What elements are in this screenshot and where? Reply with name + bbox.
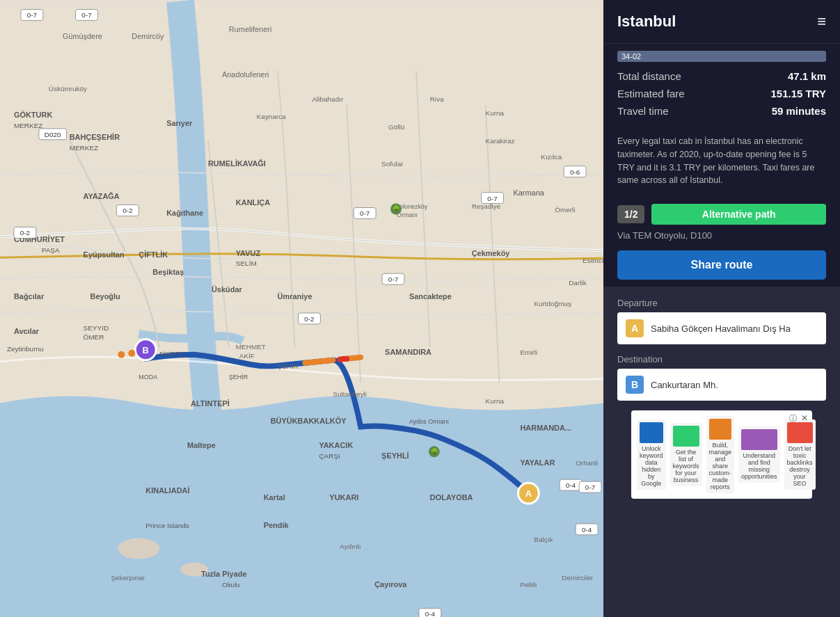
svg-text:A: A [525, 488, 532, 499]
svg-text:Pendik: Pendik [264, 521, 290, 529]
ad-info-icon[interactable]: ⓘ [789, 413, 797, 424]
svg-text:SELİM: SELİM [236, 259, 257, 267]
departure-input-row[interactable]: A Sabiha Gökçen Havalimanı Dış Ha [617, 312, 826, 344]
svg-text:0-4: 0-4 [566, 481, 576, 489]
svg-text:SEYYID: SEYYID [84, 324, 109, 332]
panel-title: Istanbul [617, 13, 676, 31]
share-route-button[interactable]: Share route [617, 250, 826, 280]
svg-text:0-7: 0-7 [360, 209, 370, 217]
hamburger-menu-button[interactable]: ≡ [817, 13, 826, 31]
path-counter: 1/2 [617, 205, 644, 223]
svg-text:Orhanli: Orhanli [576, 459, 598, 467]
svg-text:D020: D020 [45, 131, 61, 138]
destination-marker: B [626, 376, 644, 394]
right-panel: Istanbul ≡ 34-02 Total distance 47.1 km … [603, 0, 840, 617]
svg-text:MODA: MODA [138, 374, 157, 380]
destination-label: Destination [617, 354, 826, 364]
ad-item-5[interactable]: Don't let toxic backlinks destroy your S… [784, 419, 816, 490]
svg-text:0-7: 0-7 [81, 11, 92, 19]
distance-row: Total distance 47.1 km [617, 67, 826, 85]
ad-close-button[interactable]: ✕ [801, 413, 808, 423]
alt-path-section: 1/2 Alternative path Via TEM Otoyolu, D1… [603, 197, 840, 287]
svg-text:Demirciler: Demirciler [562, 574, 593, 582]
svg-text:Kurna: Kurna [486, 109, 505, 117]
ad-item-4[interactable]: Understand and find missing opportunitie… [738, 426, 780, 483]
svg-text:Üsküdar: Üsküdar [212, 285, 243, 294]
svg-text:Gümüşdere: Gümüşdere [63, 32, 102, 40]
svg-text:Kızılca: Kızılca [541, 153, 562, 161]
svg-text:DOLAYOBA: DOLAYOBA [430, 493, 473, 502]
svg-text:RUMELİKAVAĞI: RUMELİKAVAĞI [208, 159, 266, 168]
svg-text:Maltepe: Maltepe [187, 441, 216, 449]
svg-text:Darlik: Darlik [569, 279, 586, 287]
svg-text:0-2: 0-2 [20, 229, 31, 237]
svg-text:Ümraniye: Ümraniye [278, 292, 312, 301]
svg-text:ALTINTEPİ: ALTINTEPİ [191, 400, 230, 408]
svg-text:Alibahadır: Alibahadır [312, 95, 344, 103]
svg-text:🌳: 🌳 [430, 447, 439, 456]
svg-text:FİKİRTE: FİKİRTE [159, 351, 183, 358]
via-text: Via TEM Otoyolu, D100 [617, 230, 826, 241]
map-container[interactable]: Gümüşdere Demircöy Rumelifeneri Üskümruk… [0, 0, 603, 617]
ad-item-1[interactable]: Unlock keyword data hidden by Google [637, 419, 666, 490]
ad-banner: ⓘ ✕ Unlock keyword data hidden by Google… [631, 410, 812, 499]
svg-text:Bağcılar: Bağcılar [14, 292, 45, 301]
fare-label: Estimated fare [617, 88, 685, 99]
svg-text:0-7: 0-7 [487, 195, 498, 202]
svg-text:Aydınlı: Aydınlı [340, 543, 360, 550]
info-text: Every legal taxi cab in İstanbul has an … [603, 128, 840, 197]
panel-header: Istanbul ≡ [603, 0, 840, 44]
alternative-path-button[interactable]: Alternative path [651, 204, 826, 225]
svg-text:Karakiraz: Karakiraz [486, 137, 515, 145]
svg-text:YUKARI: YUKARI [329, 493, 358, 502]
time-row: Travel time 59 minutes [617, 102, 826, 120]
fare-row: Estimated fare 151.15 TRY [617, 85, 826, 102]
svg-text:SAMANDIRA: SAMANDIRA [385, 348, 431, 356]
svg-text:KINALIADAİ: KINALIADAİ [145, 486, 189, 495]
svg-text:0-2: 0-2 [304, 315, 315, 323]
svg-text:Demircöy: Demircöy [132, 32, 164, 40]
svg-text:YAYALAR: YAYALAR [520, 458, 555, 467]
svg-text:Sultanbeyli: Sultanbeyli [333, 390, 367, 398]
svg-text:0-7: 0-7 [27, 11, 38, 19]
svg-text:0-4: 0-4 [425, 610, 436, 617]
svg-text:Zeytinburnu: Zeytinburnu [7, 345, 44, 353]
destination-input-row[interactable]: B Cankurtaran Mh. [617, 369, 826, 401]
departure-value: Sabiha Gökçen Havalimanı Dış Ha [651, 323, 818, 334]
svg-text:🌳: 🌳 [392, 205, 401, 214]
svg-text:ÇARŞI: ÇARŞI [319, 452, 340, 460]
svg-text:Sofular: Sofular [381, 160, 404, 168]
alt-path-row: 1/2 Alternative path [617, 204, 826, 225]
svg-text:AKİF: AKİF [239, 352, 255, 360]
svg-text:Tuzla Piyade: Tuzla Piyade [201, 570, 247, 578]
stats-section: Total distance 47.1 km Estimated fare 15… [603, 62, 840, 128]
route-badge: 34-02 [617, 51, 826, 62]
svg-text:ŞEHİR: ŞEHİR [278, 362, 299, 370]
svg-text:Şekerpınar: Şekerpınar [111, 574, 145, 582]
svg-text:Beşiktaş: Beşiktaş [152, 268, 184, 276]
svg-text:Kaynarca: Kaynarca [257, 113, 287, 120]
svg-text:Pelitli: Pelitli [520, 581, 537, 588]
distance-value: 47.1 km [788, 70, 826, 82]
svg-text:Üskümruköy: Üskümruköy [49, 85, 87, 93]
svg-text:PAŞA: PAŞA [42, 246, 60, 254]
svg-text:ÇİFTLİK: ÇİFTLİK [138, 250, 168, 259]
svg-text:MERKEZ: MERKEZ [14, 122, 42, 129]
svg-text:Rumelifeneri: Rumelifeneri [229, 25, 271, 33]
ad-item-2[interactable]: Get the list of keywords for your busine… [670, 423, 702, 486]
svg-text:GÖKTURK: GÖKTURK [14, 111, 52, 119]
svg-text:KANLIÇA: KANLIÇA [236, 199, 270, 207]
destination-value: Cankurtaran Mh. [651, 380, 818, 390]
svg-text:Eyüpsultan: Eyüpsultan [84, 250, 125, 259]
ad-item-3[interactable]: Build, manage and share custom-made repo… [706, 416, 735, 493]
svg-text:YAKACIK: YAKACIK [319, 441, 353, 449]
svg-text:Göllü: Göllü [388, 123, 404, 131]
svg-text:Çayırova: Çayırova [374, 580, 407, 588]
svg-text:0-6: 0-6 [570, 168, 580, 176]
time-label: Travel time [617, 105, 669, 117]
svg-text:MEHMET: MEHMET [236, 343, 266, 351]
svg-point-122 [118, 351, 125, 358]
svg-text:Kartal: Kartal [264, 493, 285, 502]
departure-label: Departure [617, 298, 826, 308]
distance-label: Total distance [617, 70, 681, 82]
